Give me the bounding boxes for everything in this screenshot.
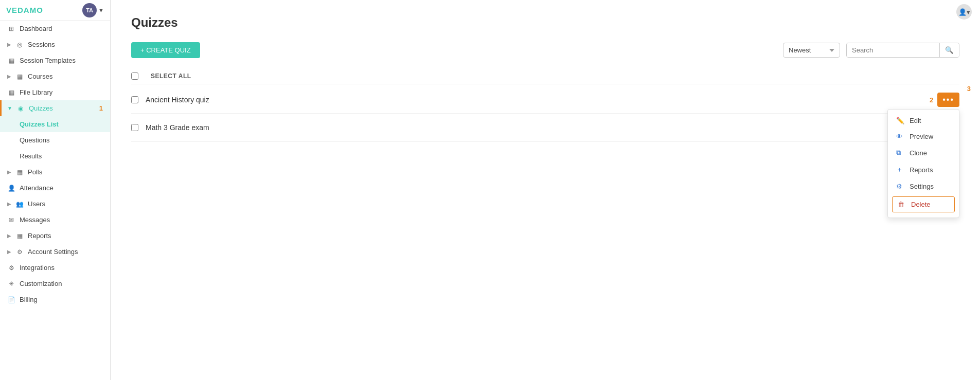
dropdown-edit[interactable]: ✏️ Edit	[888, 113, 959, 129]
sidebar-item-label: Results	[20, 152, 103, 160]
dropdown-clone[interactable]: ⧉ Clone	[888, 144, 959, 161]
quiz-checkbox-2[interactable]	[131, 124, 138, 131]
sidebar-item-label: Polls	[28, 168, 103, 176]
global-header: 👤▾	[948, 0, 980, 24]
more-options-button-1[interactable]: •••	[937, 93, 959, 107]
global-user-chevron: 👤▾	[958, 8, 970, 16]
logo: VEDAMO	[6, 6, 43, 14]
quiz-name-1: Ancient History quiz	[146, 96, 930, 104]
chevron-right-icon: ▶	[7, 249, 11, 255]
quiz-row-2: Math 3 Grade exam •••	[131, 114, 959, 142]
sidebar-item-attendance[interactable]: 👤 Attendance	[0, 180, 110, 196]
dropdown-edit-label: Edit	[910, 117, 921, 124]
users-icon: 👥	[15, 201, 24, 208]
quiz-name-2: Math 3 Grade exam	[146, 123, 939, 132]
chevron-right-icon: ▶	[7, 42, 11, 47]
sidebar-item-integrations[interactable]: ⚙ Integrations	[0, 260, 110, 276]
plus-icon: ＋	[896, 165, 904, 174]
copy-icon: ⧉	[896, 149, 904, 157]
dropdown-preview[interactable]: 👁 Preview	[888, 129, 959, 144]
sidebar-item-results[interactable]: Results	[0, 148, 110, 164]
sidebar-item-sessions[interactable]: ▶ ◎ Sessions	[0, 37, 110, 52]
sidebar-item-messages[interactable]: ✉ Messages	[0, 212, 110, 228]
create-quiz-button[interactable]: + CREATE QUIZ	[131, 42, 200, 58]
integrations-icon: ⚙	[7, 264, 15, 272]
dropdown-settings-label: Settings	[910, 183, 934, 190]
chevron-right-icon: ▶	[7, 74, 11, 79]
sidebar-item-account-settings[interactable]: ▶ ⚙ Account Settings	[0, 244, 110, 260]
sidebar-item-file-library[interactable]: ▦ File Library	[0, 84, 110, 100]
search-button[interactable]: 🔍	[939, 43, 959, 57]
sidebar-item-courses[interactable]: ▶ ▦ Courses	[0, 68, 110, 84]
file-library-icon: ▦	[7, 89, 15, 96]
sidebar-item-label: Sessions	[28, 41, 103, 48]
sidebar-item-label: Quizzes List	[20, 120, 103, 128]
sidebar-item-label: Questions	[20, 136, 103, 144]
dropdown-reports-label: Reports	[910, 166, 933, 174]
gear-icon: ⚙	[896, 183, 904, 190]
annotation-2: 2	[930, 96, 933, 104]
select-all-checkbox[interactable]	[131, 73, 138, 80]
chevron-right-icon: ▶	[7, 201, 11, 207]
pencil-icon: ✏️	[896, 117, 904, 124]
sidebar-item-label: Billing	[20, 296, 103, 303]
toolbar-right: Newest Oldest Alphabetical 🔍	[783, 43, 959, 58]
sidebar-item-label: Attendance	[20, 184, 103, 192]
sidebar-item-quizzes[interactable]: ▼ ◉ Quizzes 1	[0, 100, 110, 116]
annotation-1: 1	[99, 104, 103, 112]
toolbar: + CREATE QUIZ Newest Oldest Alphabetical…	[131, 42, 959, 58]
dropdown-preview-label: Preview	[910, 133, 933, 140]
sidebar-item-label: File Library	[20, 88, 103, 96]
trash-icon: 🗑	[898, 201, 906, 208]
sidebar-item-dashboard[interactable]: ⊞ Dashboard	[0, 21, 110, 37]
account-settings-icon: ⚙	[15, 248, 24, 256]
dashboard-icon: ⊞	[7, 25, 15, 32]
sort-select[interactable]: Newest Oldest Alphabetical	[783, 43, 840, 58]
global-user-icon[interactable]: 👤▾	[956, 4, 972, 20]
reports-icon: ▦	[15, 232, 24, 240]
attendance-icon: 👤	[7, 185, 15, 192]
search-box: 🔍	[846, 43, 959, 58]
messages-icon: ✉	[7, 216, 15, 224]
select-all-label: SELECT ALL	[151, 73, 191, 80]
dropdown-delete[interactable]: 🗑 Delete	[892, 196, 955, 212]
customization-icon: ✳	[7, 280, 15, 287]
templates-icon: ▦	[7, 57, 15, 64]
sidebar-item-customization[interactable]: ✳ Customization	[0, 276, 110, 292]
polls-icon: ▦	[15, 169, 24, 176]
sidebar-item-reports[interactable]: ▶ ▦ Reports	[0, 228, 110, 244]
sidebar-item-label: Reports	[28, 232, 103, 240]
search-icon: 🔍	[945, 46, 954, 54]
sidebar-item-session-templates[interactable]: ▦ Session Templates	[0, 52, 110, 68]
quiz-row-1: Ancient History quiz 2 ••• ✏️ Edit 👁 Pre…	[131, 86, 959, 114]
chevron-down-icon: ▼	[7, 105, 12, 111]
quiz-checkbox-1[interactable]	[131, 96, 138, 103]
avatar-chevron-icon: ▼	[98, 7, 104, 13]
sidebar-item-questions[interactable]: Questions	[0, 132, 110, 148]
avatar: TA	[82, 3, 97, 17]
select-all-row: SELECT ALL	[131, 68, 959, 84]
sidebar-item-label: Session Templates	[20, 57, 103, 64]
sidebar-item-label: Quizzes	[29, 104, 92, 112]
annotation-3: 3	[967, 85, 971, 93]
sidebar-item-label: Users	[28, 200, 103, 208]
sidebar-item-users[interactable]: ▶ 👥 Users	[0, 196, 110, 212]
billing-icon: 📄	[7, 296, 15, 303]
page-title: Quizzes	[131, 15, 959, 30]
chevron-right-icon: ▶	[7, 233, 11, 239]
sidebar-item-billing[interactable]: 📄 Billing	[0, 292, 110, 307]
search-input[interactable]	[847, 43, 939, 57]
dropdown-delete-label: Delete	[911, 201, 931, 208]
sidebar-item-polls[interactable]: ▶ ▦ Polls	[0, 164, 110, 180]
sessions-icon: ◎	[15, 41, 24, 48]
chevron-right-icon: ▶	[7, 169, 11, 175]
sidebar-item-quizzes-list[interactable]: Quizzes List	[0, 116, 110, 132]
sidebar-header: VEDAMO TA ▼	[0, 0, 110, 21]
user-avatar-dropdown[interactable]: TA ▼	[82, 3, 104, 17]
dropdown-settings[interactable]: ⚙ Settings	[888, 178, 959, 194]
sidebar-item-label: Customization	[20, 280, 103, 287]
sidebar-item-label: Courses	[28, 73, 103, 80]
courses-icon: ▦	[15, 73, 24, 80]
dropdown-reports[interactable]: ＋ Reports	[888, 161, 959, 178]
sidebar-item-label: Integrations	[20, 264, 103, 272]
